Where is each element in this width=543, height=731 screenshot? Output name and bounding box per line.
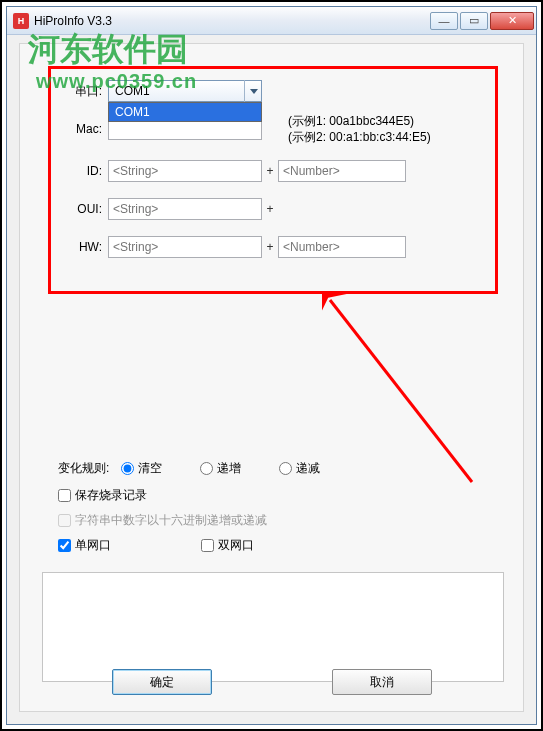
options-area: 变化规则: 清空 递增 递减 保存烧录记录 字符串中数字以十六进制递增或递减 单…	[58, 460, 503, 554]
oui-label: OUI:	[60, 202, 108, 216]
log-box	[42, 572, 504, 682]
plus-icon: +	[262, 164, 278, 178]
serial-label: 串口:	[60, 83, 108, 100]
oui-string-input[interactable]	[108, 198, 262, 220]
radio-clear[interactable]: 清空	[121, 460, 162, 477]
mac-label: Mac:	[60, 122, 108, 136]
id-number-input[interactable]	[278, 160, 406, 182]
check-single-net[interactable]: 单网口	[58, 537, 111, 554]
serial-dropdown[interactable]: COM1	[108, 102, 262, 122]
svg-line-0	[330, 300, 472, 482]
check-hex-rule: 字符串中数字以十六进制递增或递减	[58, 512, 503, 529]
radio-increment[interactable]: 递增	[200, 460, 241, 477]
maximize-button[interactable]: ▭	[460, 12, 488, 30]
app-icon: H	[13, 13, 29, 29]
minimize-button[interactable]: —	[430, 12, 458, 30]
id-string-input[interactable]	[108, 160, 262, 182]
cancel-button[interactable]: 取消	[332, 669, 432, 695]
hw-number-input[interactable]	[278, 236, 406, 258]
mac-examples: (示例1: 00a1bbc344E5) (示例2: 00:a1:bb:c3:44…	[288, 113, 431, 145]
example2: (示例2: 00:a1:bb:c3:44:E5)	[288, 129, 431, 145]
id-label: ID:	[60, 164, 108, 178]
ok-button[interactable]: 确定	[112, 669, 212, 695]
radio-decrement[interactable]: 递减	[279, 460, 320, 477]
content-panel: 串口: COM1 COM1 Mac: (示例1: 00a1bbc344E5) (…	[19, 43, 524, 712]
check-dual-net[interactable]: 双网口	[201, 537, 254, 554]
hw-string-input[interactable]	[108, 236, 262, 258]
plus-icon: +	[262, 202, 278, 216]
chevron-down-icon[interactable]	[244, 80, 262, 102]
form-area: 串口: COM1 COM1 Mac: (示例1: 00a1bbc344E5) (…	[60, 80, 490, 274]
close-button[interactable]: ✕	[490, 12, 534, 30]
app-window: H HiProInfo V3.3 — ▭ ✕ 串口: COM1 COM1 Mac…	[6, 6, 537, 725]
example1: (示例1: 00a1bbc344E5)	[288, 113, 431, 129]
titlebar: H HiProInfo V3.3 — ▭ ✕	[7, 7, 536, 35]
plus-icon: +	[262, 240, 278, 254]
rule-label: 变化规则:	[58, 460, 109, 477]
check-save-record[interactable]: 保存烧录记录	[58, 487, 503, 504]
window-title: HiProInfo V3.3	[34, 14, 112, 28]
hw-label: HW:	[60, 240, 108, 254]
serial-option-com1[interactable]: COM1	[109, 103, 261, 121]
serial-value: COM1	[115, 84, 150, 98]
serial-combo[interactable]: COM1 COM1	[108, 80, 262, 102]
